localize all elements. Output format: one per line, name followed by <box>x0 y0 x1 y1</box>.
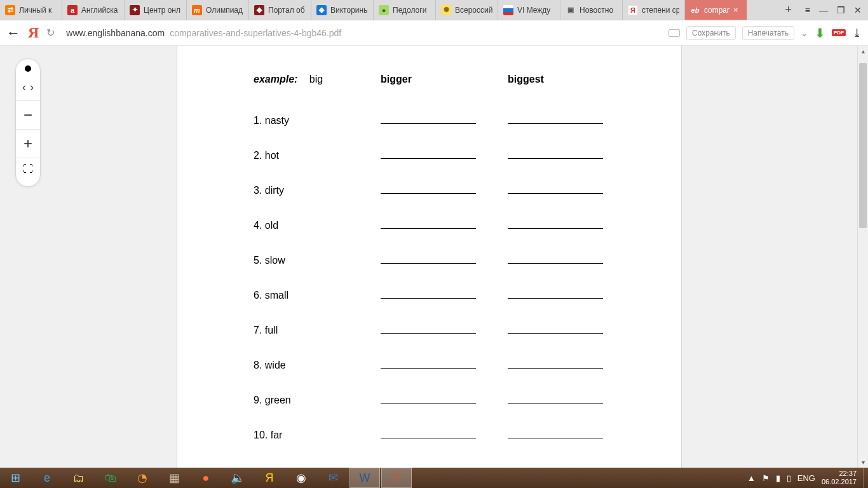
taskbar-sound[interactable]: 🔈 <box>222 468 253 488</box>
example-row: example: big bigger biggest <box>254 60 662 85</box>
download-arrow-icon[interactable]: ⬇ <box>815 25 825 41</box>
superlative-blank <box>508 393 603 403</box>
superlative-blank <box>508 428 603 438</box>
tab-favicon: ✺ <box>441 5 451 15</box>
taskbar-start[interactable]: ⊞ <box>0 468 31 488</box>
vertical-scrollbar[interactable]: ▴ ▾ <box>857 46 868 468</box>
superlative-blank <box>508 358 603 369</box>
pdf-nav-indicator <box>25 65 31 72</box>
worksheet-row: 2. hot <box>254 126 662 161</box>
pdf-zoom-in[interactable]: + <box>16 130 40 158</box>
tab-label: Личный к <box>19 6 51 15</box>
comparative-blank <box>381 149 476 159</box>
example-word: big <box>309 74 323 85</box>
pdf-badge[interactable]: PDF <box>832 29 846 36</box>
tab-label: Олимпиад <box>206 6 243 15</box>
tab-11[interactable]: ebcompar× <box>685 0 747 20</box>
minimize-button[interactable]: — <box>819 5 828 15</box>
taskbar-ie[interactable]: e <box>32 468 62 488</box>
tray-flag-icon[interactable]: ⚑ <box>762 473 770 483</box>
tab-0[interactable]: ⇄Личный к <box>0 0 62 20</box>
comparative-blank <box>381 323 476 334</box>
keyboard-icon[interactable] <box>668 29 680 37</box>
worksheet-word: 4. old <box>254 220 278 231</box>
superlative-blank <box>508 219 603 229</box>
show-desktop-button[interactable] <box>863 468 868 488</box>
taskbar-firefox[interactable]: ● <box>191 468 221 488</box>
taskbar-app-gray[interactable]: ▦ <box>159 468 189 488</box>
taskbar-yandex-search[interactable]: Я <box>254 468 285 488</box>
scroll-down-button[interactable]: ▾ <box>858 457 868 468</box>
worksheet-row: 3. dirty <box>254 161 662 196</box>
tab-2[interactable]: ✦Центр онл <box>125 0 187 20</box>
reload-button[interactable]: ↻ <box>46 27 55 39</box>
tray-network-icon[interactable]: ▯ <box>787 473 791 483</box>
menu-button[interactable]: ≡ <box>805 5 810 15</box>
worksheet-row: 1. nasty <box>254 92 662 126</box>
comparative-blank <box>381 393 476 403</box>
scroll-up-button[interactable]: ▴ <box>858 46 868 57</box>
taskbar-chrome[interactable]: ◉ <box>286 468 316 488</box>
tab-favicon: ◈ <box>316 5 327 15</box>
taskbar-store[interactable]: 🛍 <box>95 468 126 488</box>
new-tab-button[interactable]: + <box>778 3 799 17</box>
print-button[interactable]: Напечатать <box>742 26 794 40</box>
comparative-blank <box>381 184 476 194</box>
tab-favicon: Я <box>628 5 638 15</box>
tray-clock[interactable]: 22:37 06.02.2017 <box>822 470 857 486</box>
tab-favicon: ▣ <box>566 5 576 15</box>
address-bar: ← Я ↻ www.englishbanana.com comparatives… <box>0 20 868 46</box>
taskbar-explorer[interactable]: 🗂 <box>64 468 94 488</box>
taskbar-yabrowser[interactable]: Y <box>381 468 412 488</box>
system-tray: ▲ ⚑ ▮ ▯ ENG 22:37 06.02.2017 <box>741 470 863 486</box>
worksheet-row: 8. wide <box>254 336 662 371</box>
tab-3[interactable]: mОлимпиад <box>187 0 249 20</box>
actions-chevron-icon[interactable]: ⌄ <box>801 28 808 38</box>
maximize-button[interactable]: ❐ <box>837 5 845 15</box>
tab-5[interactable]: ◈Викторины <box>311 0 374 20</box>
taskbar-mail[interactable]: ✉ <box>318 468 348 488</box>
taskbar-word[interactable]: W <box>349 468 380 488</box>
tray-lang[interactable]: ENG <box>797 473 815 483</box>
tab-4[interactable]: ◆Портал об <box>249 0 311 20</box>
pdf-prev-page[interactable]: ‹ <box>22 81 26 94</box>
tab-10[interactable]: Ястепени ср <box>623 0 685 20</box>
nav-back-button[interactable]: ← <box>6 25 20 41</box>
tabs-strip: ⇄Личный кaАнглийска✦Центр онлmОлимпиад◆П… <box>0 0 868 20</box>
comparative-blank <box>381 358 476 369</box>
superlative-blank <box>508 149 603 159</box>
tab-close-icon[interactable]: × <box>733 5 738 15</box>
tab-1[interactable]: aАнглийска <box>62 0 125 20</box>
address-bar-actions: Сохранить Напечатать ⌄ ⬇ PDF ⤓ <box>668 25 862 41</box>
tab-6[interactable]: ●Педологи <box>374 0 436 20</box>
close-window-button[interactable]: ✕ <box>854 5 862 15</box>
taskbar-media[interactable]: ◔ <box>127 468 158 488</box>
superlative-blank <box>508 184 603 194</box>
tab-favicon: ✦ <box>130 5 140 15</box>
superlative-blank <box>508 288 603 299</box>
tab-8[interactable]: VI Между <box>498 0 560 20</box>
tab-7[interactable]: ✺Всероссий <box>436 0 498 20</box>
taskbar: ⊞e🗂🛍◔▦●🔈Я◉✉WY ▲ ⚑ ▮ ▯ ENG 22:37 06.02.20… <box>0 468 868 488</box>
pdf-zoom-out[interactable]: − <box>16 101 40 129</box>
download-file-icon[interactable]: ⤓ <box>852 26 862 40</box>
worksheet-word: 5. slow <box>254 255 285 266</box>
superlative-blank <box>508 254 603 264</box>
tab-label: Всероссий <box>455 6 492 15</box>
pdf-fit-page[interactable]: ⛶ <box>23 158 33 180</box>
example-superlative: biggest <box>508 74 635 85</box>
tray-overflow-icon[interactable]: ▲ <box>747 473 756 483</box>
pdf-next-page[interactable]: › <box>30 81 34 94</box>
yandex-logo[interactable]: Я <box>28 24 39 41</box>
worksheet-word: 8. wide <box>254 360 286 370</box>
tab-favicon: eb <box>690 5 700 15</box>
url-box[interactable]: www.englishbanana.com comparatives-and-s… <box>62 23 661 43</box>
scroll-thumb[interactable] <box>859 63 867 228</box>
save-button[interactable]: Сохранить <box>686 26 736 40</box>
tab-favicon: m <box>192 5 202 15</box>
tray-battery-icon[interactable]: ▮ <box>776 473 780 483</box>
pdf-page: example: big bigger biggest 1. nasty2. h… <box>177 46 682 468</box>
tab-9[interactable]: ▣Новостно <box>560 0 623 20</box>
comparative-blank <box>381 114 476 124</box>
tab-favicon: ◆ <box>254 5 264 15</box>
